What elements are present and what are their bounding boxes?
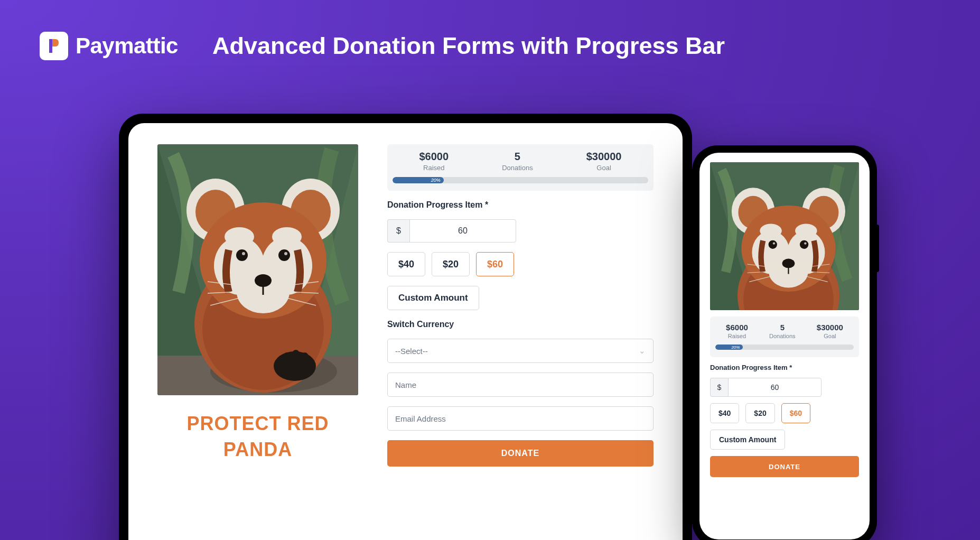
raised-value: $6000 bbox=[419, 151, 449, 163]
brand-logo: Paymattic bbox=[40, 32, 178, 60]
donations-label: Donations bbox=[502, 164, 533, 172]
amount-input-group: $ bbox=[387, 219, 654, 243]
goal-label: Goal bbox=[586, 164, 622, 172]
donate-button-mobile[interactable]: DONATE bbox=[710, 456, 859, 477]
donation-item-label-mobile: Donation Progress Item * bbox=[710, 364, 859, 371]
brand-name: Paymattic bbox=[76, 33, 178, 59]
tablet-mockup: PROTECT RED PANDA $6000Raised 5Donations… bbox=[119, 114, 692, 540]
donations-value: 5 bbox=[502, 151, 533, 163]
phone-mockup: $6000Raised 5Donations $30000Goal 20% Do… bbox=[692, 145, 877, 540]
campaign-image-mobile bbox=[710, 162, 859, 310]
stats-panel-mobile: $6000Raised 5Donations $30000Goal 20% bbox=[710, 316, 859, 357]
currency-select-value: --Select-- bbox=[395, 347, 428, 356]
currency-prefix: $ bbox=[387, 219, 409, 243]
logo-icon bbox=[40, 32, 68, 60]
amount-option-40-mobile[interactable]: $40 bbox=[710, 403, 739, 423]
amount-option-20-mobile[interactable]: $20 bbox=[745, 403, 774, 423]
amount-option-20[interactable]: $20 bbox=[432, 252, 470, 276]
raised-label: Raised bbox=[419, 164, 449, 172]
tablet-screen: PROTECT RED PANDA $6000Raised 5Donations… bbox=[128, 123, 683, 540]
stats-panel: $6000Raised 5Donations $30000Goal 20% bbox=[387, 144, 654, 191]
page-header: Paymattic Advanced Donation Forms with P… bbox=[0, 0, 980, 60]
custom-amount-button[interactable]: Custom Amount bbox=[387, 286, 479, 310]
email-input[interactable]: Email Address bbox=[387, 406, 654, 431]
currency-select[interactable]: --Select-- ⌄ bbox=[387, 339, 654, 363]
currency-switch-label: Switch Currency bbox=[387, 320, 654, 329]
amount-input-mobile[interactable] bbox=[728, 378, 822, 397]
amount-option-60-mobile[interactable]: $60 bbox=[781, 403, 810, 423]
phone-screen: $6000Raised 5Donations $30000Goal 20% Do… bbox=[699, 153, 870, 539]
chevron-down-icon: ⌄ bbox=[639, 346, 646, 356]
campaign-image bbox=[157, 144, 358, 395]
name-input[interactable]: Name bbox=[387, 373, 654, 397]
campaign-title: PROTECT RED PANDA bbox=[157, 411, 358, 462]
custom-amount-button-mobile[interactable]: Custom Amount bbox=[710, 430, 785, 450]
amount-option-60[interactable]: $60 bbox=[476, 252, 514, 276]
page-title: Advanced Donation Forms with Progress Ba… bbox=[212, 32, 725, 60]
progress-bar: 20% bbox=[393, 177, 648, 183]
donate-button[interactable]: DONATE bbox=[387, 440, 654, 467]
amount-input[interactable] bbox=[409, 219, 516, 243]
goal-value: $30000 bbox=[586, 151, 622, 163]
donation-item-label: Donation Progress Item * bbox=[387, 200, 654, 210]
progress-fill: 20% bbox=[393, 177, 444, 183]
progress-bar-mobile: 20% bbox=[715, 345, 854, 350]
amount-option-40[interactable]: $40 bbox=[387, 252, 425, 276]
